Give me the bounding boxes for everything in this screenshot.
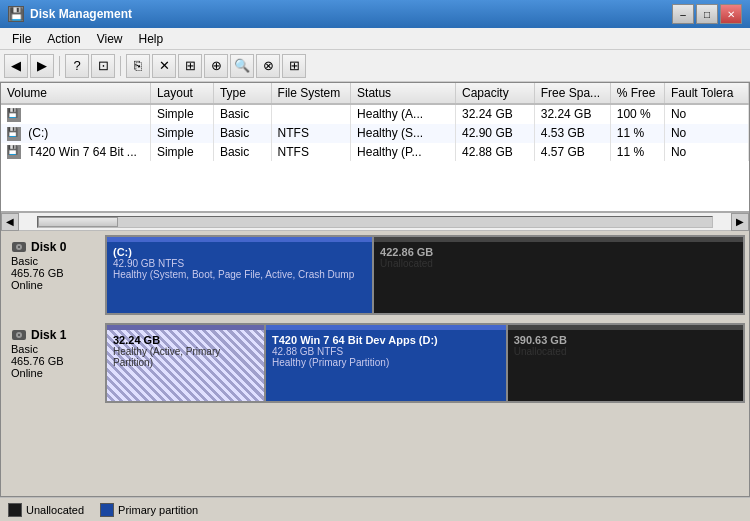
disconnect-button[interactable]: ⊗	[256, 54, 280, 78]
legend-unalloc-box	[8, 503, 22, 517]
partition-c-detail2: Healthy (System, Boot, Page File, Active…	[113, 269, 366, 280]
menu-file[interactable]: File	[4, 30, 39, 48]
cell-free-2: 4.57 GB	[534, 143, 610, 162]
disk-0-size: 465.76 GB	[11, 267, 99, 279]
copy-button[interactable]: ⎘	[126, 54, 150, 78]
cell-layout-0: Simple	[150, 104, 213, 124]
disk-0-block: Disk 0 Basic 465.76 GB Online (C:) 42.90…	[5, 235, 745, 315]
help-button[interactable]: ?	[65, 54, 89, 78]
disk-0-partition-unalloc[interactable]: 422.86 GB Unallocated	[374, 237, 743, 313]
cell-volume-2: 💾 T420 Win 7 64 Bit ...	[1, 143, 150, 162]
minimize-button[interactable]: –	[672, 4, 694, 24]
back-button[interactable]: ◀	[4, 54, 28, 78]
cell-type-0: Basic	[213, 104, 271, 124]
scroll-track[interactable]	[37, 216, 713, 228]
partition-unalloc1-topbar	[508, 325, 743, 330]
col-layout[interactable]: Layout	[150, 83, 213, 104]
partition-striped-detail1: Healthy (Active, Primary Partition)	[113, 346, 258, 368]
partition-unalloc0-detail: Unallocated	[380, 258, 737, 269]
legend-primary-box	[100, 503, 114, 517]
partition-unalloc0-title: 422.86 GB	[380, 246, 737, 258]
properties-button[interactable]: ⊡	[91, 54, 115, 78]
partition-c-topbar	[107, 237, 372, 242]
partition-d-topbar	[266, 325, 506, 330]
col-percentfree[interactable]: % Free	[610, 83, 664, 104]
cell-pct-2: 11 %	[610, 143, 664, 162]
disk-0-label: Disk 0 Basic 465.76 GB Online	[5, 235, 105, 315]
cell-fault-1: No	[664, 124, 748, 143]
table-row[interactable]: 💾 (C:) Simple Basic NTFS Healthy (S... 4…	[1, 124, 749, 143]
cell-pct-0: 100 %	[610, 104, 664, 124]
cell-volume-0: 💾	[1, 104, 150, 124]
scroll-right-button[interactable]: ▶	[731, 213, 749, 231]
cell-status-1: Healthy (S...	[351, 124, 456, 143]
cell-type-2: Basic	[213, 143, 271, 162]
disk-1-size: 465.76 GB	[11, 355, 99, 367]
partition-unalloc1-title: 390.63 GB	[514, 334, 737, 346]
menu-action[interactable]: Action	[39, 30, 88, 48]
col-volume[interactable]: Volume	[1, 83, 150, 104]
find-button[interactable]: 🔍	[230, 54, 254, 78]
cell-layout-1: Simple	[150, 124, 213, 143]
menu-bar: File Action View Help	[0, 28, 750, 50]
col-faulttolerance[interactable]: Fault Tolera	[664, 83, 748, 104]
partition-d-detail2: Healthy (Primary Partition)	[272, 357, 500, 368]
legend-unalloc-label: Unallocated	[26, 504, 84, 516]
partition-d-detail1: 42.88 GB NTFS	[272, 346, 500, 357]
move-button[interactable]: ⊞	[178, 54, 202, 78]
legend-primary: Primary partition	[100, 503, 198, 517]
disk-0-partition-c[interactable]: (C:) 42.90 GB NTFS Healthy (System, Boot…	[107, 237, 374, 313]
svg-point-2	[18, 246, 20, 248]
col-status[interactable]: Status	[351, 83, 456, 104]
window-title: Disk Management	[30, 7, 132, 21]
partition-unalloc0-topbar	[374, 237, 743, 242]
legend-primary-label: Primary partition	[118, 504, 198, 516]
disk-1-partition-unalloc[interactable]: 390.63 GB Unallocated	[508, 325, 743, 401]
forward-button[interactable]: ▶	[30, 54, 54, 78]
eject-button[interactable]: ⊞	[282, 54, 306, 78]
delete-button[interactable]: ✕	[152, 54, 176, 78]
scroll-left-button[interactable]: ◀	[1, 213, 19, 231]
col-freespace[interactable]: Free Spa...	[534, 83, 610, 104]
partition-unalloc1-detail: Unallocated	[514, 346, 737, 357]
map-button[interactable]: ⊕	[204, 54, 228, 78]
status-bar: Unallocated Primary partition	[0, 497, 750, 521]
col-filesystem[interactable]: File System	[271, 83, 350, 104]
window-controls: – □ ✕	[672, 4, 742, 24]
cell-status-2: Healthy (P...	[351, 143, 456, 162]
cell-pct-1: 11 %	[610, 124, 664, 143]
col-type[interactable]: Type	[213, 83, 271, 104]
toolbar: ◀ ▶ ? ⊡ ⎘ ✕ ⊞ ⊕ 🔍 ⊗ ⊞	[0, 50, 750, 82]
partition-c-detail1: 42.90 GB NTFS	[113, 258, 366, 269]
cell-fs-0	[271, 104, 350, 124]
toolbar-separator-2	[120, 56, 121, 76]
disk-1-partition-d[interactable]: T420 Win 7 64 Bit Dev Apps (D:) 42.88 GB…	[266, 325, 508, 401]
svg-point-5	[18, 334, 20, 336]
disk-1-partition-striped[interactable]: 32.24 GB Healthy (Active, Primary Partit…	[107, 325, 266, 401]
horizontal-scrollbar[interactable]: ◀ ▶	[1, 213, 749, 231]
maximize-button[interactable]: □	[696, 4, 718, 24]
disk-table: Volume Layout Type File System Status Ca…	[1, 83, 749, 161]
partition-striped-topbar	[107, 325, 264, 330]
col-capacity[interactable]: Capacity	[456, 83, 535, 104]
cell-status-0: Healthy (A...	[351, 104, 456, 124]
disk-1-icon	[11, 327, 27, 343]
legend-unallocated: Unallocated	[8, 503, 84, 517]
close-button[interactable]: ✕	[720, 4, 742, 24]
disk-0-status: Online	[11, 279, 99, 291]
volume-list: Volume Layout Type File System Status Ca…	[1, 83, 749, 213]
cell-fault-0: No	[664, 104, 748, 124]
menu-help[interactable]: Help	[131, 30, 172, 48]
cell-fs-2: NTFS	[271, 143, 350, 162]
cell-capacity-0: 32.24 GB	[456, 104, 535, 124]
disk-0-title: Disk 0	[11, 239, 99, 255]
disk-1-title: Disk 1	[11, 327, 99, 343]
table-row[interactable]: 💾 Simple Basic Healthy (A... 32.24 GB 32…	[1, 104, 749, 124]
scroll-thumb[interactable]	[38, 217, 118, 227]
table-row[interactable]: 💾 T420 Win 7 64 Bit ... Simple Basic NTF…	[1, 143, 749, 162]
disk-1-label: Disk 1 Basic 465.76 GB Online	[5, 323, 105, 403]
menu-view[interactable]: View	[89, 30, 131, 48]
disk-0-partitions: (C:) 42.90 GB NTFS Healthy (System, Boot…	[105, 235, 745, 315]
disk-1-partitions: 32.24 GB Healthy (Active, Primary Partit…	[105, 323, 745, 403]
disk-0-type: Basic	[11, 255, 99, 267]
